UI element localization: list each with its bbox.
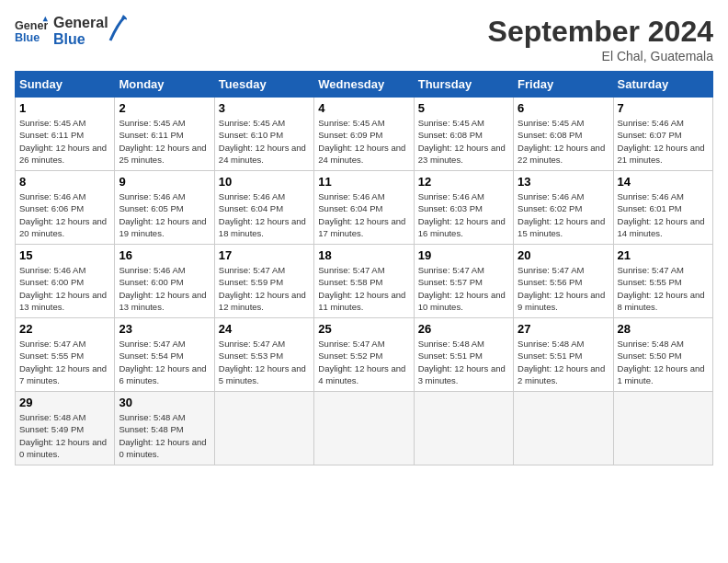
calendar-week-row: 15 Sunrise: 5:46 AMSunset: 6:00 PMDaylig… (16, 245, 713, 318)
calendar-day-cell: 24 Sunrise: 5:47 AMSunset: 5:53 PMDaylig… (214, 318, 313, 392)
day-number: 3 (219, 101, 310, 115)
calendar-day-cell: 7 Sunrise: 5:46 AMSunset: 6:07 PMDayligh… (613, 98, 712, 171)
calendar-day-cell: 11 Sunrise: 5:46 AMSunset: 6:04 PMDaylig… (314, 171, 414, 245)
day-number: 27 (518, 322, 609, 336)
calendar-day-cell: 25 Sunrise: 5:47 AMSunset: 5:52 PMDaylig… (314, 318, 414, 392)
day-info: Sunrise: 5:46 AMSunset: 6:04 PMDaylight:… (219, 191, 306, 238)
day-number: 24 (219, 322, 310, 336)
day-info: Sunrise: 5:47 AMSunset: 5:55 PMDaylight:… (618, 265, 705, 312)
day-info: Sunrise: 5:47 AMSunset: 5:56 PMDaylight:… (518, 265, 605, 312)
calendar-week-row: 8 Sunrise: 5:46 AMSunset: 6:06 PMDayligh… (16, 171, 713, 245)
calendar-day-cell: 5 Sunrise: 5:45 AMSunset: 6:08 PMDayligh… (414, 98, 513, 171)
calendar-day-cell: 15 Sunrise: 5:46 AMSunset: 6:00 PMDaylig… (16, 245, 115, 318)
day-info: Sunrise: 5:47 AMSunset: 5:55 PMDaylight:… (19, 339, 107, 385)
day-info: Sunrise: 5:46 AMSunset: 6:06 PMDaylight:… (19, 191, 107, 238)
location-subtitle: El Chal, Guatemala (488, 49, 713, 63)
day-info: Sunrise: 5:47 AMSunset: 5:57 PMDaylight:… (418, 265, 506, 312)
title-section: September 2024 El Chal, Guatemala (488, 15, 713, 63)
day-info: Sunrise: 5:46 AMSunset: 6:07 PMDaylight:… (618, 118, 705, 165)
calendar-day-cell: 18 Sunrise: 5:47 AMSunset: 5:58 PMDaylig… (314, 245, 414, 318)
month-title: September 2024 (488, 15, 713, 49)
calendar-day-cell: 29 Sunrise: 5:48 AMSunset: 5:49 PMDaylig… (16, 392, 115, 465)
calendar-table: Sunday Monday Tuesday Wednesday Thursday… (15, 71, 713, 465)
day-number: 14 (618, 175, 709, 189)
header-sunday: Sunday (16, 72, 115, 98)
day-number: 15 (19, 248, 110, 262)
day-number: 30 (119, 396, 210, 409)
day-info: Sunrise: 5:48 AMSunset: 5:49 PMDaylight:… (19, 412, 107, 459)
header-wednesday: Wednesday (314, 72, 414, 98)
day-number: 26 (418, 322, 509, 336)
day-info: Sunrise: 5:47 AMSunset: 5:54 PMDaylight:… (119, 339, 206, 385)
calendar-day-cell: 9 Sunrise: 5:46 AMSunset: 6:05 PMDayligh… (115, 171, 214, 245)
calendar-week-row: 29 Sunrise: 5:48 AMSunset: 5:49 PMDaylig… (16, 392, 713, 465)
calendar-day-cell: 2 Sunrise: 5:45 AMSunset: 6:11 PMDayligh… (115, 98, 214, 171)
day-number: 12 (418, 175, 509, 189)
day-info: Sunrise: 5:47 AMSunset: 5:52 PMDaylight:… (318, 339, 405, 385)
day-number: 4 (318, 101, 409, 115)
day-number: 25 (318, 322, 409, 336)
day-number: 23 (119, 322, 210, 336)
calendar-day-cell: 14 Sunrise: 5:46 AMSunset: 6:01 PMDaylig… (613, 171, 712, 245)
day-number: 29 (19, 396, 110, 409)
day-number: 19 (418, 248, 509, 262)
day-info: Sunrise: 5:45 AMSunset: 6:09 PMDaylight:… (318, 118, 405, 165)
calendar-day-cell (514, 392, 613, 465)
day-number: 7 (618, 101, 709, 115)
day-info: Sunrise: 5:45 AMSunset: 6:10 PMDaylight:… (219, 118, 306, 165)
day-info: Sunrise: 5:46 AMSunset: 6:00 PMDaylight:… (119, 265, 206, 312)
day-info: Sunrise: 5:45 AMSunset: 6:11 PMDaylight:… (119, 118, 206, 165)
header-tuesday: Tuesday (214, 72, 313, 98)
day-number: 22 (19, 322, 110, 336)
calendar-day-cell: 22 Sunrise: 5:47 AMSunset: 5:55 PMDaylig… (16, 318, 115, 392)
day-number: 6 (518, 101, 609, 115)
calendar-day-cell: 27 Sunrise: 5:48 AMSunset: 5:51 PMDaylig… (514, 318, 613, 392)
day-number: 1 (19, 101, 110, 115)
day-number: 2 (119, 101, 210, 115)
calendar-day-cell: 16 Sunrise: 5:46 AMSunset: 6:00 PMDaylig… (115, 245, 214, 318)
calendar-week-row: 1 Sunrise: 5:45 AMSunset: 6:11 PMDayligh… (16, 98, 713, 171)
day-info: Sunrise: 5:46 AMSunset: 6:05 PMDaylight:… (119, 191, 206, 238)
day-info: Sunrise: 5:46 AMSunset: 6:04 PMDaylight:… (318, 191, 405, 238)
day-info: Sunrise: 5:45 AMSunset: 6:08 PMDaylight:… (518, 118, 605, 165)
calendar-day-cell: 4 Sunrise: 5:45 AMSunset: 6:09 PMDayligh… (314, 98, 414, 171)
header-thursday: Thursday (414, 72, 513, 98)
page-header: General Blue General Blue September 2024… (15, 15, 713, 63)
svg-text:Blue: Blue (15, 31, 40, 44)
day-number: 5 (418, 101, 509, 115)
calendar-day-cell: 1 Sunrise: 5:45 AMSunset: 6:11 PMDayligh… (16, 98, 115, 171)
calendar-day-cell: 8 Sunrise: 5:46 AMSunset: 6:06 PMDayligh… (16, 171, 115, 245)
header-monday: Monday (115, 72, 214, 98)
day-number: 18 (318, 248, 409, 262)
day-number: 8 (19, 175, 110, 189)
logo-general: General (53, 15, 108, 31)
calendar-day-cell: 30 Sunrise: 5:48 AMSunset: 5:48 PMDaylig… (115, 392, 214, 465)
day-number: 17 (219, 248, 310, 262)
calendar-day-cell: 28 Sunrise: 5:48 AMSunset: 5:50 PMDaylig… (613, 318, 712, 392)
logo: General Blue General Blue (15, 15, 127, 48)
day-number: 20 (518, 248, 609, 262)
day-info: Sunrise: 5:46 AMSunset: 6:02 PMDaylight:… (518, 191, 605, 238)
calendar-day-cell: 26 Sunrise: 5:48 AMSunset: 5:51 PMDaylig… (414, 318, 513, 392)
calendar-day-cell (414, 392, 513, 465)
day-info: Sunrise: 5:46 AMSunset: 6:03 PMDaylight:… (418, 191, 506, 238)
header-saturday: Saturday (613, 72, 712, 98)
day-number: 11 (318, 175, 409, 189)
calendar-day-cell (314, 392, 414, 465)
calendar-day-cell (214, 392, 313, 465)
calendar-day-cell: 6 Sunrise: 5:45 AMSunset: 6:08 PMDayligh… (514, 98, 613, 171)
calendar-day-cell: 19 Sunrise: 5:47 AMSunset: 5:57 PMDaylig… (414, 245, 513, 318)
calendar-day-cell: 17 Sunrise: 5:47 AMSunset: 5:59 PMDaylig… (214, 245, 313, 318)
calendar-day-cell: 12 Sunrise: 5:46 AMSunset: 6:03 PMDaylig… (414, 171, 513, 245)
day-number: 16 (119, 248, 210, 262)
day-info: Sunrise: 5:47 AMSunset: 5:58 PMDaylight:… (318, 265, 405, 312)
day-info: Sunrise: 5:45 AMSunset: 6:08 PMDaylight:… (418, 118, 506, 165)
logo-blue: Blue (53, 31, 108, 48)
day-number: 10 (219, 175, 310, 189)
day-info: Sunrise: 5:48 AMSunset: 5:50 PMDaylight:… (618, 339, 705, 385)
day-number: 21 (618, 248, 709, 262)
calendar-day-cell: 13 Sunrise: 5:46 AMSunset: 6:02 PMDaylig… (514, 171, 613, 245)
day-info: Sunrise: 5:45 AMSunset: 6:11 PMDaylight:… (19, 118, 107, 165)
day-info: Sunrise: 5:48 AMSunset: 5:48 PMDaylight:… (119, 412, 206, 459)
day-number: 9 (119, 175, 210, 189)
